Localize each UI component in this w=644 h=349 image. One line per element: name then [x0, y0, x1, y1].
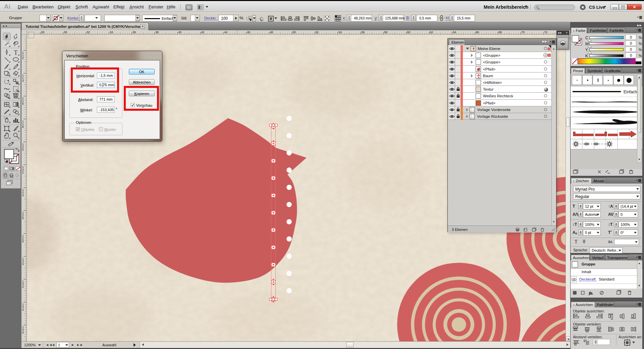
svg-text:fx.: fx. — [589, 291, 593, 295]
svg-text:Einfach: Einfach — [624, 90, 637, 94]
svg-text:T: T — [14, 49, 18, 56]
